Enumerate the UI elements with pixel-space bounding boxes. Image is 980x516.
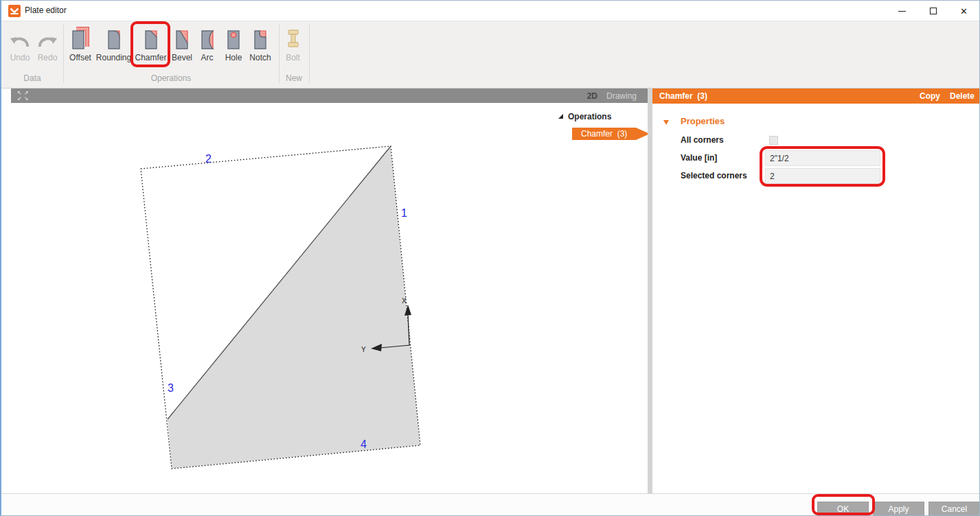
ribbon: Undo Redo Offset Rounding Chamfer	[1, 21, 979, 89]
footer-bar: OK Apply Cancel	[1, 493, 979, 516]
close-icon: ✕	[960, 7, 968, 16]
value-label: Value [in]	[681, 153, 717, 163]
undo-icon	[8, 25, 32, 50]
rounding-icon	[105, 25, 123, 50]
apply-button[interactable]: Apply	[873, 502, 924, 516]
hole-icon	[225, 25, 242, 50]
expand-view-icon[interactable]: ↖↗↙↘	[17, 91, 30, 102]
undo-button[interactable]: Undo	[6, 25, 34, 80]
minimize-button[interactable]	[887, 1, 918, 21]
app-logo-icon	[8, 5, 21, 17]
hole-button[interactable]: Hole	[221, 25, 246, 80]
properties-panel: Chamfer (3) Copy Delete Properties All c…	[652, 89, 980, 493]
offset-button[interactable]: Offset	[67, 25, 94, 80]
notch-label: Notch	[249, 53, 271, 62]
tree-expander-icon[interactable]	[558, 114, 563, 119]
panel-splitter[interactable]	[648, 89, 652, 493]
properties-collapse-icon[interactable]	[663, 120, 669, 125]
group-label-operations: Operations	[63, 73, 279, 83]
panel-title: Chamfer (3)	[652, 91, 707, 101]
undo-label: Undo	[10, 53, 30, 62]
copy-button[interactable]: Copy	[920, 91, 940, 101]
ok-button[interactable]: OK	[817, 502, 869, 516]
operations-tree: Operations Chamfer (3)	[558, 112, 648, 121]
redo-label: Redo	[38, 53, 58, 62]
redo-icon	[36, 25, 59, 50]
drawing-canvas: 2 1 3 4 X Y ↖↗↙↘ 2D Drawing O	[5, 89, 648, 493]
rounding-label: Rounding	[96, 53, 131, 62]
edge-label-2: 2	[205, 153, 212, 165]
rounding-button[interactable]: Rounding	[94, 25, 133, 80]
tree-node-chamfer-selected[interactable]: Chamfer (3)	[572, 128, 650, 140]
plate-shape[interactable]	[168, 146, 420, 469]
arc-icon	[198, 25, 216, 50]
minimize-icon	[898, 11, 906, 12]
chamfer-button[interactable]: Chamfer	[134, 25, 168, 80]
value-input[interactable]	[765, 150, 880, 166]
bolt-icon	[284, 25, 302, 50]
maximize-icon	[930, 8, 937, 14]
bevel-label: Bevel	[172, 53, 192, 62]
edge-label-4: 4	[361, 438, 367, 450]
selected-corners-label: Selected corners	[681, 171, 747, 180]
plate-editor-window: Plate editor ✕ Undo Redo Offset	[0, 0, 980, 516]
edge-label-3: 3	[168, 382, 174, 394]
all-corners-checkbox[interactable]	[769, 136, 778, 145]
edge-label-1: 1	[401, 207, 407, 219]
view-mode-2d[interactable]: 2D	[587, 91, 597, 101]
x-axis-label: X	[402, 297, 407, 305]
panel-header: Chamfer (3) Copy Delete	[652, 89, 980, 104]
group-separator	[309, 25, 310, 83]
delete-button[interactable]: Delete	[950, 91, 975, 101]
group-label-new: New	[279, 73, 309, 83]
offset-icon	[71, 25, 89, 50]
close-button[interactable]: ✕	[948, 1, 979, 21]
chamfer-label: Chamfer	[135, 53, 166, 62]
arc-label: Arc	[201, 53, 214, 62]
properties-section-title: Properties	[681, 116, 725, 126]
hole-label: Hole	[225, 53, 242, 62]
notch-button[interactable]: Notch	[246, 25, 275, 80]
cancel-button[interactable]: Cancel	[928, 502, 980, 516]
group-label-data: Data	[1, 73, 63, 83]
bolt-label: Bolt	[286, 53, 300, 62]
notch-icon	[251, 25, 269, 50]
window-title: Plate editor	[25, 5, 67, 15]
selected-corners-input[interactable]	[765, 168, 880, 184]
maximize-button[interactable]	[918, 1, 948, 21]
chamfer-icon	[142, 25, 160, 50]
offset-label: Offset	[69, 53, 91, 62]
redo-button[interactable]: Redo	[34, 25, 61, 80]
all-corners-label: All corners	[681, 135, 724, 145]
arc-button[interactable]: Arc	[196, 25, 218, 80]
titlebar: Plate editor ✕	[1, 1, 979, 21]
bevel-icon	[173, 25, 191, 50]
bevel-button[interactable]: Bevel	[168, 25, 196, 80]
view-mode-drawing[interactable]: Drawing	[606, 91, 637, 101]
canvas-toolbar: ↖↗↙↘ 2D Drawing	[11, 89, 648, 103]
y-axis-label: Y	[361, 346, 366, 353]
plate-drawing[interactable]: 2 1 3 4 X Y	[5, 89, 648, 493]
tree-node-operations[interactable]: Operations	[568, 112, 611, 121]
bolt-button[interactable]: Bolt	[280, 25, 306, 80]
